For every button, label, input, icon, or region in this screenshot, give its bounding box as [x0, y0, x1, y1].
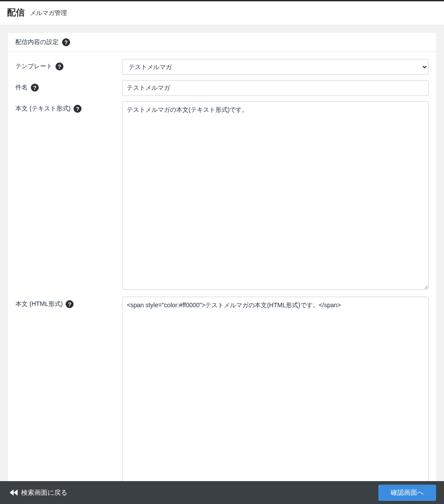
card-title-row: 配信内容の設定 ?	[7, 33, 437, 52]
breadcrumb-sub: メルマガ管理	[30, 9, 67, 16]
back-label: 検索画面に戻る	[21, 489, 67, 497]
svg-marker-1	[14, 489, 18, 496]
field-body-text	[122, 101, 429, 291]
label-body-html-text: 本文 (HTML形式)	[15, 300, 63, 308]
body-html-textarea[interactable]	[122, 297, 429, 485]
confirm-button[interactable]: 確認画面へ	[378, 485, 436, 501]
template-select[interactable]: テストメルマガ	[122, 59, 429, 75]
label-body-text-text: 本文 (テキスト形式)	[15, 105, 70, 113]
label-template-text: テンプレート	[15, 63, 52, 70]
row-subject: 件名 ?	[15, 80, 429, 96]
breadcrumb-main: 配信	[7, 7, 28, 17]
subject-input[interactable]	[122, 80, 429, 96]
rewind-icon	[10, 489, 18, 496]
help-icon[interactable]: ?	[74, 105, 81, 113]
help-icon[interactable]: ?	[62, 38, 70, 46]
row-template: テンプレート ? テストメルマガ	[15, 59, 429, 75]
help-icon[interactable]: ?	[66, 300, 74, 308]
field-template: テストメルマガ	[122, 59, 429, 75]
settings-card: 配信内容の設定 ? テンプレート ? テストメルマガ 件名	[7, 32, 437, 504]
label-subject: 件名 ?	[15, 80, 122, 92]
help-icon[interactable]: ?	[31, 84, 39, 92]
back-to-search-button[interactable]: 検索画面に戻る	[10, 489, 67, 497]
label-body-text: 本文 (テキスト形式) ?	[15, 101, 122, 113]
label-subject-text: 件名	[15, 84, 28, 92]
svg-marker-0	[10, 489, 14, 496]
card-title: 配信内容の設定	[15, 38, 59, 46]
field-subject	[122, 80, 429, 96]
page-area: 配信内容の設定 ? テンプレート ? テストメルマガ 件名	[0, 25, 444, 504]
help-icon[interactable]: ?	[56, 63, 63, 70]
field-body-html	[122, 297, 429, 487]
label-body-html: 本文 (HTML形式) ?	[15, 297, 122, 308]
footer-bar: 検索画面に戻る 確認画面へ	[0, 481, 444, 504]
page-header: 配信 メルマガ管理	[0, 1, 444, 25]
label-template: テンプレート ?	[15, 59, 122, 70]
card-body: テンプレート ? テストメルマガ 件名 ?	[7, 52, 437, 504]
body-text-textarea[interactable]	[122, 101, 429, 290]
row-body-text: 本文 (テキスト形式) ?	[15, 101, 429, 291]
row-body-html: 本文 (HTML形式) ?	[15, 297, 429, 487]
